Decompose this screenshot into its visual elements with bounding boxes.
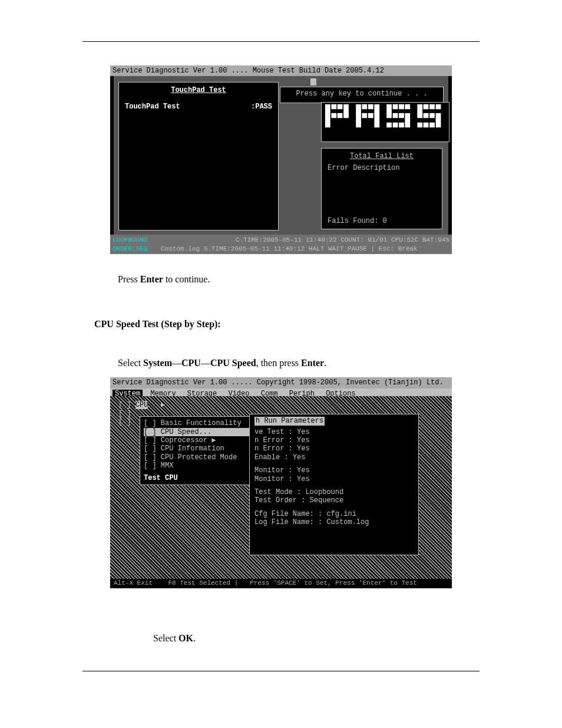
shot1-fail-panel: Total Fail List Error Description Fails …: [321, 148, 442, 229]
p2-c: —: [172, 358, 181, 368]
shot2-params: h Run Parameters ve Test : Yes n Error :…: [249, 414, 419, 555]
footer-altx: Alt-X Exit: [114, 579, 153, 587]
shot1-pass-status: :PASS: [251, 103, 272, 111]
p2-e: —: [201, 358, 210, 368]
param-row-6: Monitor : Yes: [254, 475, 414, 483]
para-press-enter: Press Enter to continue.: [118, 272, 483, 287]
param-row-8: Test Mode : Loopbound: [254, 488, 414, 496]
param-row-3: Enable : Yes: [254, 453, 414, 462]
shot1-left-panel: TouchPad Test TouchPad Test :PASS: [118, 82, 279, 230]
section-cpu-speed: CPU Speed Test (Step by Step):: [94, 319, 515, 330]
shot1-titlebar: Service Diagnostic Ver 1.00 .... Mouse T…: [110, 65, 452, 76]
status-loopbound: LOOPBOUND: [113, 236, 147, 243]
fail-list-cols: Error Description: [322, 160, 442, 176]
sub-cpuinfo[interactable]: [ ] CPU Information: [144, 444, 250, 453]
p2-cpuspeed: CPU Speed: [210, 358, 256, 368]
p1-enter: Enter: [140, 274, 163, 284]
shot2-submenu: [ ] Basic Functionality [ ] CPU Speed...…: [140, 416, 254, 485]
p3-ok: OK: [178, 633, 193, 643]
fail-list-title: Total Fail List: [322, 152, 442, 160]
p3-a: Select: [153, 633, 178, 643]
fail-count: Fails Found: 0: [328, 217, 387, 225]
screenshot-cpu-menu: Service Diagnostic Ver 1.00 ..... Copyri…: [110, 377, 452, 588]
shot1-left-title: TouchPad Test: [119, 86, 278, 94]
p1-c: to continue.: [163, 274, 210, 284]
p2-system: System: [143, 358, 172, 368]
p2-cpu: CPU: [181, 358, 201, 368]
status-time-count: C.TIME:2005-05-11 11:40:22 COUNT: 01/01 …: [236, 236, 449, 244]
shot2-titlebar: Service Diagnostic Ver 1.00 ..... Copyri…: [110, 377, 452, 388]
p2-enter: Enter: [301, 358, 324, 368]
p2-a: Select: [118, 358, 143, 368]
param-row-0: ve Test : Yes: [254, 428, 414, 436]
sub-mmx[interactable]: [ ] MMX: [144, 462, 250, 470]
p2-i: .: [324, 358, 326, 368]
shot1-popup: Press any key to continue . . .: [280, 87, 444, 103]
params-header: h Run Parameters: [254, 417, 325, 425]
para-select-ok: Select OK.: [153, 631, 515, 646]
footer-f8: F8 Test Selected |: [168, 579, 238, 587]
param-row-2: n Error : Yes: [254, 444, 414, 453]
shot1-popup-text: Press any key to continue . . .: [296, 90, 427, 98]
top-item-cpu[interactable]: CPU: [135, 401, 148, 409]
param-row-11: Cfg File Name: : cfg.ini: [254, 510, 414, 518]
param-row-5: Monitor : Yes: [254, 466, 414, 475]
shot1-statusbar: LOOPBOUND C.TIME:2005-05-11 11:40:22 COU…: [110, 235, 452, 254]
status-order: ORDER:SEQ: [113, 245, 147, 252]
sub-basic[interactable]: [ ] Basic Functionality: [144, 419, 250, 427]
param-row-12: Log File Name: : Custom.log: [254, 518, 414, 526]
p2-g: , then press: [256, 358, 301, 368]
shot1-touchpad-label: TouchPad Test: [125, 103, 180, 111]
sub-protmode[interactable]: [ ] CPU Protected Mode: [144, 453, 250, 462]
screenshot-touchpad-test: Service Diagnostic Ver 1.00 .... Mouse T…: [110, 65, 452, 254]
shot1-pass-art-box: █▀▀█ █▀▀█ █▀▀▀ █▀▀▀ █▀▀▀ █▀▀█ ▀▀▀█ ▀▀▀█ …: [321, 102, 449, 142]
sub-coproc[interactable]: [ ] Coprocessor ▶: [144, 436, 250, 444]
status-log-line: Custom.log S.TIME:2005-05-11 11:40:12 HA…: [161, 245, 418, 252]
param-row-1: n Error : Yes: [254, 436, 414, 444]
sub-cpuspeed[interactable]: [ ] CPU Speed...: [144, 428, 250, 436]
shot2-footer: Alt-X Exit F8 Test Selected | Press 'SPA…: [110, 579, 452, 587]
p3-c: .: [193, 633, 196, 643]
scrollbar-thumb: [310, 78, 316, 85]
sub-test-all[interactable]: Test CPU: [144, 474, 250, 482]
para-select-cpu: Select System—CPU—CPU Speed, then press …: [118, 355, 483, 371]
footer-hint-text: Press 'SPACE' to Set, Press 'Enter' to T…: [250, 579, 417, 587]
p1-a: Press: [118, 274, 140, 284]
param-row-9: Test Order : Sequence: [254, 496, 414, 505]
pass-ascii-art: █▀▀█ █▀▀█ █▀▀▀ █▀▀▀ █▀▀▀ █▀▀█ ▀▀▀█ ▀▀▀█ …: [325, 105, 445, 132]
